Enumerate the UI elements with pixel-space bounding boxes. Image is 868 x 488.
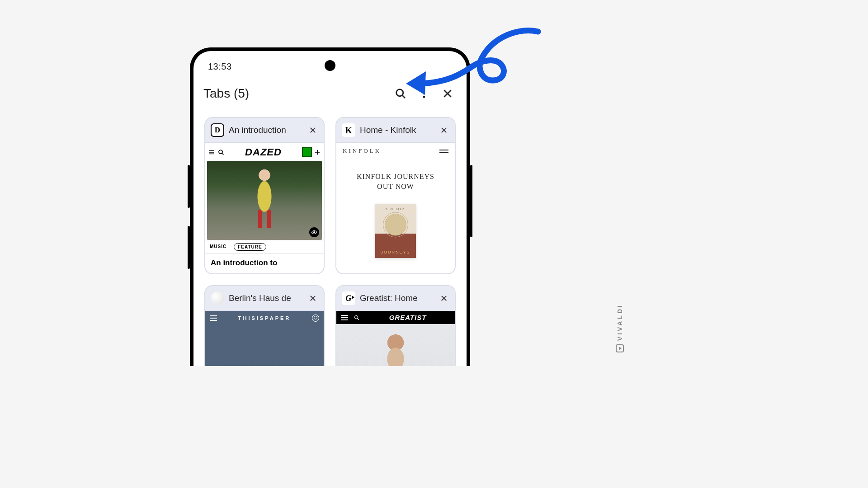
preview-book-cover: KINFOLK JOURNEYS <box>375 204 416 258</box>
preview-brand: THISISPAPER <box>238 315 291 321</box>
book-top-label: KINFOLK <box>386 207 406 211</box>
hamburger-icon <box>439 150 448 153</box>
tab-header: K Home - Kinfolk <box>336 118 455 143</box>
tab-favicon: K <box>342 123 355 137</box>
volume-down-button <box>188 226 190 269</box>
svg-line-24 <box>358 318 359 319</box>
svg-point-23 <box>355 315 358 319</box>
svg-point-16 <box>314 232 315 233</box>
tab-close-button[interactable] <box>307 292 319 305</box>
preview-hero-image <box>336 324 455 366</box>
search-icon <box>217 149 225 156</box>
tab-title: Home - Kinfolk <box>360 125 433 135</box>
vivaldi-logo-icon <box>616 344 624 352</box>
preview-tag-category: MUSIC <box>210 243 230 251</box>
tab-preview: KINFOLK KINFOLK JOURNEYS OUT NOW KINFOLK <box>336 143 455 273</box>
tab-favicon: D <box>211 123 224 137</box>
preview-hero-image <box>207 161 322 240</box>
status-time: 13:53 <box>208 61 232 72</box>
user-icon <box>312 314 319 322</box>
badge-icon <box>302 147 312 157</box>
tab-favicon: G <box>342 291 355 305</box>
svg-line-13 <box>222 153 223 155</box>
preview-brand: DAZED <box>245 146 282 158</box>
tab-close-button[interactable] <box>438 124 450 136</box>
tab-header: G Greatist: Home <box>336 286 455 311</box>
tab-card[interactable]: Berlin's Haus de THISISPAPER Berlin's Ha… <box>204 285 325 366</box>
tab-title: An introduction <box>229 125 302 135</box>
annotation-arrow <box>402 23 547 108</box>
compass-icon <box>383 212 408 237</box>
front-camera <box>325 60 335 71</box>
preview-brand: KINFOLK <box>343 147 381 155</box>
tabs-count-title: Tabs (5) <box>203 86 387 101</box>
tab-header: Berlin's Haus de <box>205 286 324 311</box>
close-icon <box>309 126 317 134</box>
tab-preview: THISISPAPER Berlin's Haus der Kulturen <box>205 311 324 366</box>
plus-icon <box>314 149 321 156</box>
preview-brand: GREATIST <box>365 314 450 321</box>
tab-card[interactable]: D An introduction DAZED <box>204 117 325 274</box>
tab-card[interactable]: G Greatist: Home GREATIST <box>335 285 456 366</box>
search-icon <box>354 314 360 321</box>
tab-card[interactable]: K Home - Kinfolk KINFOLK KINFOLK JOURNEY… <box>335 117 456 274</box>
tab-preview: GREATIST <box>336 311 455 366</box>
hamburger-icon <box>210 315 217 321</box>
preview-tags: MUSIC FEATURE <box>205 240 324 254</box>
close-icon <box>440 126 448 134</box>
tab-header: D An introduction <box>205 118 324 143</box>
volume-up-button <box>188 165 190 208</box>
power-button <box>470 165 472 237</box>
svg-marker-25 <box>406 71 426 95</box>
close-icon <box>440 294 448 302</box>
close-icon <box>309 294 317 302</box>
eye-icon <box>309 227 319 237</box>
tab-close-button[interactable] <box>438 292 450 305</box>
tab-grid: D An introduction DAZED <box>193 113 467 366</box>
tab-favicon <box>211 291 224 305</box>
hamburger-icon <box>341 315 348 320</box>
tab-preview: DAZED MUSIC FEATURE <box>205 143 324 273</box>
tab-title: Greatist: Home <box>360 293 433 303</box>
book-bottom-label: JOURNEYS <box>381 250 410 254</box>
preview-tag-type: FEATURE <box>234 243 266 251</box>
vivaldi-logo-text: VIVALDI <box>616 304 623 341</box>
preview-headline: An introduction to <box>205 254 324 267</box>
vivaldi-watermark: VIVALDI <box>616 304 624 352</box>
tab-title: Berlin's Haus de <box>229 293 302 303</box>
hamburger-icon <box>208 149 215 155</box>
preview-hero-text: KINFOLK JOURNEYS OUT NOW <box>336 172 455 192</box>
tab-close-button[interactable] <box>307 124 319 136</box>
svg-point-12 <box>219 150 222 154</box>
